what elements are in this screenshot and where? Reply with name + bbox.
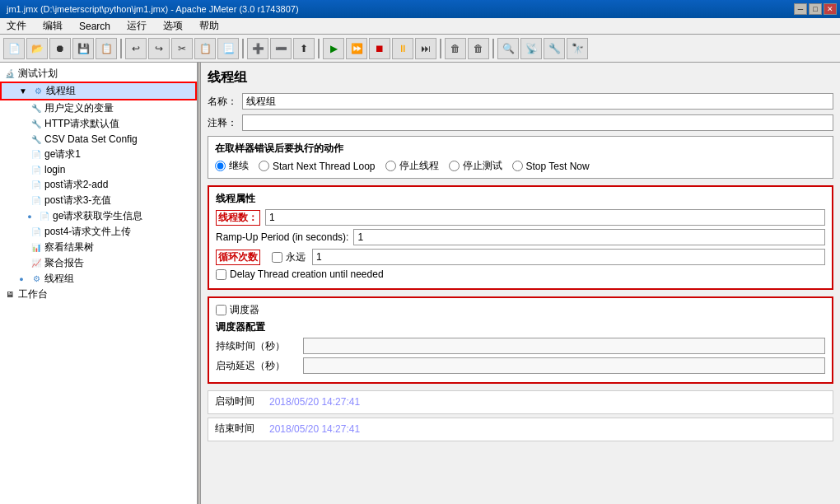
maximize-button[interactable]: □ (809, 3, 822, 15)
start-delay-row: 启动延迟（秒） (216, 357, 825, 374)
tree-panel: 🔬 测试计划 ▼ ⚙ 线程组 🔧 用户定义的变量 🔧 HTTP请求默认值 🔧 C… (0, 63, 198, 504)
name-input[interactable] (242, 93, 833, 110)
toolbar-shutdown[interactable]: ⏸ (392, 38, 413, 59)
duration-label: 持续时间（秒） (216, 339, 298, 353)
sep4 (440, 39, 441, 58)
start-delay-input[interactable] (303, 357, 825, 374)
tree-node-workbench[interactable]: 🖥 工作台 (0, 287, 197, 302)
tree-node-test-plan[interactable]: 🔬 测试计划 (0, 66, 197, 82)
radio-start-next[interactable]: Start Next Thread Loop (259, 161, 376, 172)
loop-count-input[interactable] (312, 249, 825, 265)
menu-help[interactable]: 帮助 (196, 18, 222, 34)
toolbar-cut[interactable]: ✂ (171, 38, 193, 59)
scheduler-checkbox[interactable] (216, 305, 226, 315)
sep1 (120, 39, 122, 58)
toolbar-redo[interactable]: ↪ (148, 38, 170, 59)
rampup-input[interactable] (353, 229, 825, 245)
toolbar-remote-start[interactable]: 📡 (520, 38, 542, 59)
toolbar-stop[interactable]: ⏹ (369, 38, 390, 59)
tree-node-thread-group[interactable]: ▼ ⚙ 线程组 (0, 82, 197, 100)
radio-stop-test[interactable]: 停止测试 (449, 159, 502, 173)
toolbar-save2[interactable]: 📋 (96, 38, 117, 59)
csv-label: CSV Data Set Config (44, 133, 138, 145)
tree-node-thread-group2[interactable]: ● ⚙ 线程组 (0, 271, 197, 287)
menu-options[interactable]: 选项 (160, 18, 186, 34)
right-panel: 线程组 名称： 注释： 在取样器错误后要执行的动作 继续 Start Next … (201, 63, 840, 504)
thread-count-input[interactable] (265, 209, 825, 226)
post-file-label: post4-请求文件上传 (44, 225, 131, 239)
toolbar-next[interactable]: ⏭ (415, 38, 436, 59)
delay-thread-checkbox[interactable] (216, 269, 226, 280)
login-label: login (44, 164, 65, 175)
thread-count-row: 线程数： (216, 209, 825, 226)
rampup-label: Ramp-Up Period (in seconds): (216, 231, 348, 243)
tree-node-http-defaults[interactable]: 🔧 HTTP请求默认值 (0, 116, 197, 132)
radio-continue[interactable]: 继续 (215, 159, 249, 173)
thread-props-title: 线程属性 (216, 192, 825, 206)
duration-input[interactable] (303, 338, 825, 354)
toolbar-search[interactable]: 🔍 (497, 38, 519, 59)
get-req1-label: ge请求1 (44, 147, 81, 161)
tree-node-csv-config[interactable]: 🔧 CSV Data Set Config (0, 132, 197, 147)
toolbar-remove[interactable]: ➖ (270, 38, 292, 59)
post-req3-label: post请求3-充值 (44, 194, 111, 208)
name-label: 名称： (208, 95, 237, 109)
radio-stop-thread[interactable]: 停止线程 (385, 159, 439, 173)
tree-node-post-file[interactable]: 📄 post4-请求文件上传 (0, 224, 197, 240)
get-student-expand: ● (23, 210, 36, 223)
tree-node-agg-report[interactable]: 📈 聚合报告 (0, 255, 197, 271)
tree-node-login[interactable]: 📄 login (0, 162, 197, 177)
menu-search[interactable]: Search (76, 20, 114, 33)
toolbar-remote-stop[interactable]: 🔧 (544, 38, 565, 59)
scheduler-label: 调度器 (230, 303, 259, 317)
toolbar-record[interactable]: ⏺ (49, 38, 71, 59)
toolbar-move-up[interactable]: ⬆ (293, 38, 315, 59)
menu-bar: 文件 编辑 Search 运行 选项 帮助 (0, 18, 840, 35)
toolbar-play-no-pause[interactable]: ⏩ (346, 38, 367, 59)
get-req1-icon: 📄 (30, 148, 43, 161)
toolbar: 📄 📂 ⏺ 💾 📋 ↩ ↪ ✂ 📋 📃 ➕ ➖ ⬆ ▶ ⏩ ⏹ ⏸ ⏭ 🗑 🗑 … (0, 35, 840, 63)
minimize-button[interactable]: ─ (794, 3, 807, 15)
loop-forever-label[interactable]: 永远 (272, 250, 306, 264)
end-time-row: 结束时间 2018/05/20 14:27:41 (215, 422, 826, 436)
toolbar-clear[interactable]: 🗑 (445, 38, 466, 59)
toolbar-paste[interactable]: 📃 (217, 38, 239, 59)
loop-forever-checkbox[interactable] (272, 252, 282, 263)
tree-node-result-tree[interactable]: 📊 察看结果树 (0, 240, 197, 255)
toolbar-undo[interactable]: ↩ (125, 38, 147, 59)
toolbar-play[interactable]: ▶ (323, 38, 344, 59)
toolbar-new[interactable]: 📄 (3, 38, 25, 59)
tree-node-user-vars[interactable]: 🔧 用户定义的变量 (0, 100, 197, 116)
comment-input[interactable] (242, 114, 833, 131)
menu-edit[interactable]: 编辑 (40, 18, 66, 34)
tree-node-post-req2[interactable]: 📄 post请求2-add (0, 177, 197, 193)
toolbar-remote-shutdown[interactable]: 🔭 (567, 38, 588, 59)
thread-group2-icon: ⚙ (30, 273, 43, 286)
sep3 (318, 39, 320, 58)
start-time-value: 2018/05/20 14:27:41 (269, 396, 360, 408)
thread-group-label: 线程组 (46, 84, 76, 98)
toolbar-copy[interactable]: 📋 (194, 38, 216, 59)
thread-group2-label: 线程组 (44, 272, 74, 286)
toolbar-open[interactable]: 📂 (26, 38, 48, 59)
toolbar-save[interactable]: 💾 (72, 38, 94, 59)
post-req2-icon: 📄 (30, 179, 43, 192)
user-vars-label: 用户定义的变量 (44, 101, 114, 115)
end-time-value: 2018/05/20 14:27:41 (269, 423, 360, 435)
menu-run[interactable]: 运行 (124, 18, 150, 34)
toolbar-clear-all[interactable]: 🗑 (468, 38, 489, 59)
tree-node-post-req3[interactable]: 📄 post请求3-充值 (0, 193, 197, 208)
http-defaults-icon: 🔧 (30, 118, 43, 131)
post-file-icon: 📄 (30, 226, 43, 239)
radio-stop-test-now[interactable]: Stop Test Now (512, 161, 590, 172)
error-action-title: 在取样器错误后要执行的动作 (215, 142, 826, 156)
tree-node-get-student[interactable]: ● 📄 ge请求获取学生信息 (0, 208, 197, 224)
menu-file[interactable]: 文件 (3, 18, 30, 34)
toolbar-add[interactable]: ➕ (247, 38, 268, 59)
end-time-label: 结束时间 (215, 422, 264, 436)
tree-node-get-req1[interactable]: 📄 ge请求1 (0, 147, 197, 162)
thread-count-label: 线程数： (216, 210, 260, 226)
end-time-section: 结束时间 2018/05/20 14:27:41 (208, 418, 833, 441)
comment-row: 注释： (208, 114, 833, 131)
close-button[interactable]: ✕ (824, 3, 837, 15)
